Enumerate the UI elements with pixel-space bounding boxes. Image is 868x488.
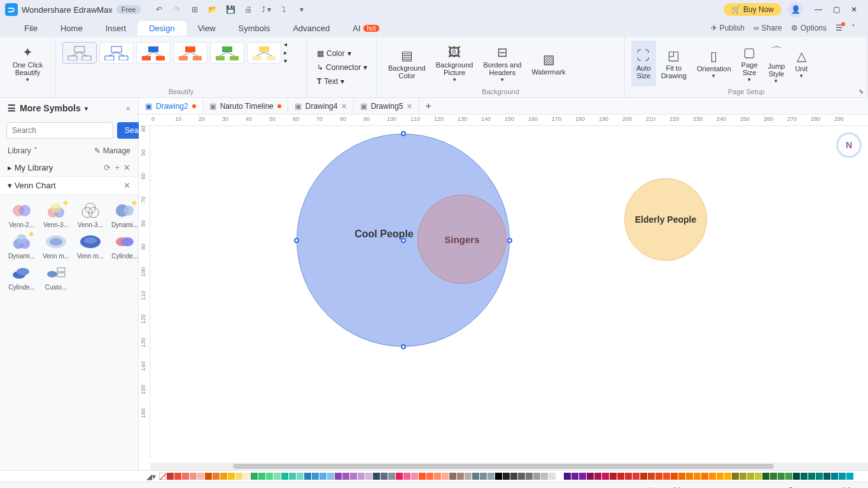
color-swatch[interactable] (388, 473, 395, 480)
my-library-toggle[interactable]: ▸ My Library (8, 163, 53, 172)
color-swatch[interactable] (533, 473, 540, 480)
canvas[interactable]: Cool People Singers Elderly People N (150, 126, 868, 457)
color-swatch[interactable] (503, 473, 510, 480)
close-lib-icon[interactable]: ✕ (123, 163, 130, 172)
notifications-button[interactable]: ☰ (836, 24, 843, 32)
color-swatch[interactable] (403, 473, 410, 480)
color-swatch[interactable] (274, 473, 281, 480)
menu-home[interactable]: Home (49, 21, 94, 36)
color-swatch[interactable] (319, 473, 326, 480)
color-swatch[interactable] (258, 473, 265, 480)
color-swatch[interactable] (289, 473, 296, 480)
venn-circle-singers[interactable]: Singers (417, 195, 507, 284)
menu-file[interactable]: File (13, 21, 49, 36)
menu-symbols[interactable]: Symbols (227, 21, 282, 36)
color-swatch[interactable] (846, 473, 853, 480)
color-swatch[interactable] (167, 473, 174, 480)
color-swatch[interactable] (510, 473, 517, 480)
shape-venn-2[interactable]: Venn-2... (5, 200, 38, 230)
selection-handle[interactable] (401, 131, 406, 136)
color-swatch[interactable] (480, 473, 487, 480)
color-swatch[interactable] (281, 473, 288, 480)
color-swatch[interactable] (350, 473, 357, 480)
orientation-button[interactable]: ▯Orientation ▾ (692, 41, 736, 87)
venn-chart-toggle[interactable]: ▾ Venn Chart (8, 181, 56, 190)
shape-cylinder-1[interactable]: Cylinde... (108, 231, 141, 261)
color-swatch[interactable] (732, 473, 739, 480)
color-swatch[interactable] (396, 473, 403, 480)
color-swatch[interactable] (816, 473, 823, 480)
color-swatch[interactable] (220, 473, 227, 480)
selection-handle[interactable] (401, 238, 406, 243)
new-button[interactable]: ⊞ (188, 3, 202, 17)
bg-color-button[interactable]: ▤Background Color (383, 41, 431, 87)
styles-next-button[interactable]: ▸ (284, 49, 287, 56)
shape-custom[interactable]: Custo... (39, 262, 73, 292)
color-swatch[interactable] (831, 473, 838, 480)
color-swatch[interactable] (808, 473, 815, 480)
manage-button[interactable]: ✎Manage (94, 146, 130, 155)
color-swatch[interactable] (457, 473, 464, 480)
color-swatch[interactable] (526, 473, 533, 480)
style-thumb-5[interactable] (210, 42, 244, 64)
color-swatch[interactable] (785, 473, 792, 480)
import-button[interactable]: ⤵ (277, 3, 291, 17)
color-swatch[interactable] (518, 473, 525, 480)
color-swatch[interactable] (335, 473, 342, 480)
close-tab-icon[interactable]: × (341, 101, 346, 111)
selection-handle[interactable] (401, 344, 406, 349)
maximize-button[interactable]: ▢ (827, 1, 845, 18)
color-swatch[interactable] (434, 473, 441, 480)
color-swatch[interactable] (579, 473, 586, 480)
style-thumb-4[interactable] (173, 42, 207, 64)
color-swatch[interactable] (304, 473, 311, 480)
color-swatch[interactable] (549, 473, 556, 480)
color-swatch[interactable] (235, 473, 242, 480)
color-swatch[interactable] (266, 473, 273, 480)
color-swatch[interactable] (801, 473, 808, 480)
add-tab-button[interactable]: + (419, 101, 438, 112)
color-swatch[interactable] (243, 473, 250, 480)
color-swatch[interactable] (701, 473, 708, 480)
menu-insert[interactable]: Insert (94, 21, 138, 36)
page-size-button[interactable]: ▢Page Size ▾ (736, 41, 763, 87)
selection-handle[interactable] (294, 238, 299, 243)
color-swatch[interactable] (571, 473, 578, 480)
color-swatch[interactable] (678, 473, 685, 480)
color-swatch[interactable] (358, 473, 365, 480)
add-page-button[interactable]: + (80, 485, 85, 489)
jump-style-button[interactable]: ⌒Jump Style ▾ (763, 41, 790, 87)
page-tab[interactable]: Page-1 (92, 485, 127, 489)
color-swatch[interactable] (739, 473, 746, 480)
style-thumb-1[interactable] (62, 42, 97, 64)
bg-picture-button[interactable]: 🖼Background Picture ▾ (431, 41, 479, 87)
color-swatch[interactable] (381, 473, 388, 480)
publish-button[interactable]: ✈Publish (711, 24, 745, 32)
auto-size-button[interactable]: ⛶Auto Size (631, 41, 656, 87)
text-dropdown[interactable]: TText ▾ (313, 75, 370, 88)
shape-venn-m1[interactable]: Venn m... (39, 231, 73, 261)
tab-naruto[interactable]: ▣Naruto Timeline (203, 98, 288, 114)
unit-button[interactable]: △Unit ▾ (790, 41, 813, 87)
color-swatch[interactable] (442, 473, 449, 480)
color-swatch[interactable] (762, 473, 769, 480)
color-swatch[interactable] (182, 473, 189, 480)
undo-button[interactable]: ↶ (152, 3, 166, 17)
color-swatch[interactable] (671, 473, 678, 480)
tab-drawing5[interactable]: ▣Drawing5× (354, 98, 419, 114)
horizontal-scrollbar[interactable] (150, 463, 868, 470)
watermark-button[interactable]: ▨Watermark (526, 41, 570, 87)
buy-now-button[interactable]: 🛒Buy Now (724, 3, 781, 16)
color-swatch[interactable] (640, 473, 647, 480)
shape-venn-3a[interactable]: Venn-3... (39, 200, 73, 230)
color-swatch[interactable] (839, 473, 846, 480)
color-swatch[interactable] (205, 473, 212, 480)
one-click-beautify-button[interactable]: ✦ One Click Beautify▾ (6, 41, 49, 87)
color-swatch[interactable] (342, 473, 349, 480)
style-thumb-3[interactable] (136, 42, 171, 64)
styles-prev-button[interactable]: ◂ (284, 41, 287, 48)
color-swatch[interactable] (755, 473, 762, 480)
color-swatch[interactable] (587, 473, 594, 480)
export-button[interactable]: ⤴ ▾ (259, 3, 273, 17)
color-swatch[interactable] (556, 473, 563, 480)
